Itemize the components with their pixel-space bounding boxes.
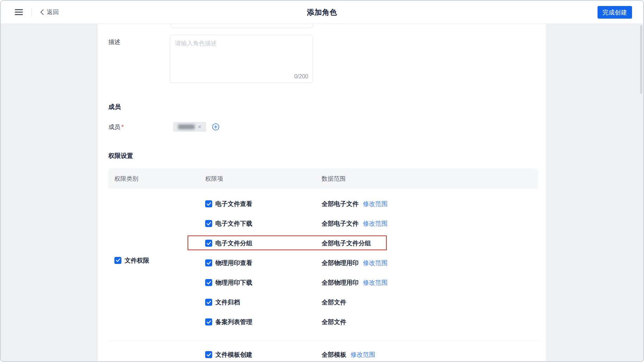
char-counter: 0/200: [294, 73, 308, 80]
app-window: 返回 添加角色 完成创建 描述 请输入角色描述 0/200 成员 成员*: [0, 0, 644, 362]
menu-icon[interactable]: [15, 9, 23, 15]
finish-create-button[interactable]: 完成创建: [598, 6, 632, 19]
header-left: 返回: [15, 1, 59, 24]
permission-item-cell: 物理用印下载: [205, 278, 322, 287]
modify-scope-link[interactable]: 修改范围: [351, 351, 375, 358]
data-scope-cell: 全部电子文件修改范围: [322, 200, 387, 208]
description-row: 描述 请输入角色描述 0/200: [108, 24, 546, 83]
page-body: 描述 请输入角色描述 0/200 成员 成员* ×: [1, 24, 643, 361]
category-checkbox[interactable]: [114, 257, 121, 264]
data-scope-cell: 全部电子文件修改范围: [322, 219, 387, 228]
required-mark: *: [121, 124, 124, 130]
member-tag: ×: [173, 122, 206, 132]
scope-value: 全部电子文件: [322, 220, 359, 227]
data-scope-cell: 全部模板修改范围: [322, 350, 375, 359]
permission-checkbox[interactable]: [205, 220, 212, 227]
permission-group: 文件权限 电子文件查看 全部电子文件修改范围 电子文件下载 全部电子文件修改范围: [108, 189, 538, 332]
member-name-blurred: [178, 124, 195, 129]
header-divider: [31, 8, 32, 17]
permission-checkbox[interactable]: [205, 259, 212, 266]
permission-row: 电子文件下载 全部电子文件修改范围: [205, 214, 538, 233]
permission-item-label: 备案列表管理: [215, 318, 252, 326]
permission-checkbox[interactable]: [205, 351, 212, 358]
add-member-button[interactable]: [212, 123, 220, 131]
permission-row: 电子文件查看 全部电子文件修改范围: [205, 194, 538, 214]
back-button[interactable]: 返回: [40, 8, 59, 16]
permission-item-cell: 备案列表管理: [205, 318, 322, 326]
col-header-item: 权限项: [205, 175, 322, 183]
col-header-category: 权限类别: [114, 175, 205, 183]
permission-row: 文件模板创建 全部模板修改范围: [205, 345, 538, 361]
data-scope-cell: 全部文件: [322, 318, 346, 326]
category-label: 文件权限: [125, 256, 149, 265]
description-label: 描述: [108, 35, 170, 83]
remove-member-icon[interactable]: ×: [198, 124, 202, 130]
scrollbar[interactable]: [640, 25, 642, 94]
app-header: 返回 添加角色 完成创建: [1, 1, 643, 24]
permissions-table: 权限类别 权限项 数据范围 文件权限 电子文件查看: [108, 168, 538, 361]
permission-item-cell: 文件模板创建: [205, 350, 322, 359]
scope-value: 全部电子文件分组: [322, 240, 371, 247]
role-name-input-cutoff[interactable]: [171, 24, 313, 28]
permissions-section-title: 权限设置: [108, 151, 546, 160]
data-scope-cell: 全部物理用印修改范围: [322, 278, 387, 287]
permission-item-label: 电子文件下载: [215, 219, 252, 228]
permission-checkbox[interactable]: [205, 318, 212, 325]
scope-value: 全部物理用印: [322, 279, 359, 286]
permission-row: 物理用印下载 全部物理用印修改范围: [205, 273, 538, 292]
scope-value: 全部文件: [322, 299, 346, 306]
permission-item-cell: 电子文件查看: [205, 200, 322, 208]
permission-row: 物理用印查看 全部物理用印修改范围: [205, 253, 538, 273]
permission-item-cell: 文件归档: [205, 298, 322, 306]
permission-item-label: 电子文件分组: [215, 239, 252, 247]
permission-item-cell: 物理用印查看: [205, 259, 322, 267]
permission-item-label: 物理用印查看: [215, 259, 252, 267]
permission-row: 文件归档 全部文件: [205, 292, 538, 312]
col-header-scope: 数据范围: [322, 175, 346, 183]
back-label: 返回: [47, 8, 59, 16]
scope-value: 全部电子文件: [322, 200, 359, 207]
chevron-left-icon: [40, 9, 44, 15]
members-field-label: 成员*: [108, 123, 170, 131]
permission-group: 文件模板创建 全部模板修改范围: [108, 343, 538, 361]
data-scope-cell: 全部物理用印修改范围: [322, 259, 387, 267]
table-header: 权限类别 权限项 数据范围: [108, 168, 538, 189]
content-card: 描述 请输入角色描述 0/200 成员 成员* ×: [98, 24, 546, 361]
permission-item-label: 文件归档: [215, 298, 240, 306]
scope-value: 全部模板: [322, 351, 346, 358]
permission-checkbox[interactable]: [205, 200, 212, 207]
description-textarea[interactable]: 请输入角色描述 0/200: [170, 35, 313, 83]
permission-item-cell: 电子文件下载: [205, 219, 322, 228]
permission-checkbox[interactable]: [205, 240, 212, 247]
permission-item-label: 物理用印下载: [215, 278, 252, 287]
permission-item-label: 电子文件查看: [215, 200, 252, 208]
scope-value: 全部文件: [322, 318, 346, 325]
modify-scope-link[interactable]: 修改范围: [363, 200, 387, 207]
modify-scope-link[interactable]: 修改范围: [363, 220, 387, 227]
permission-row: 备案列表管理 全部文件: [205, 312, 538, 332]
members-section-title: 成员: [108, 103, 546, 111]
page-title: 添加角色: [1, 7, 643, 17]
plus-circle-icon: [212, 123, 220, 131]
permission-item-cell: 电子文件分组: [205, 239, 322, 247]
data-scope-cell: 全部文件: [322, 298, 346, 306]
modify-scope-link[interactable]: 修改范围: [363, 279, 387, 286]
permission-checkbox[interactable]: [205, 299, 212, 306]
description-placeholder: 请输入角色描述: [175, 39, 308, 47]
permission-checkbox[interactable]: [205, 279, 212, 286]
members-row: 成员* ×: [108, 122, 546, 132]
permission-row: 电子文件分组 全部电子文件分组: [205, 233, 538, 253]
scope-value: 全部物理用印: [322, 259, 359, 266]
data-scope-cell: 全部电子文件分组: [322, 239, 371, 247]
permission-item-label: 文件模板创建: [215, 350, 252, 359]
category-cell: 文件权限: [114, 256, 205, 265]
modify-scope-link[interactable]: 修改范围: [363, 259, 387, 266]
group-divider: [108, 340, 538, 341]
